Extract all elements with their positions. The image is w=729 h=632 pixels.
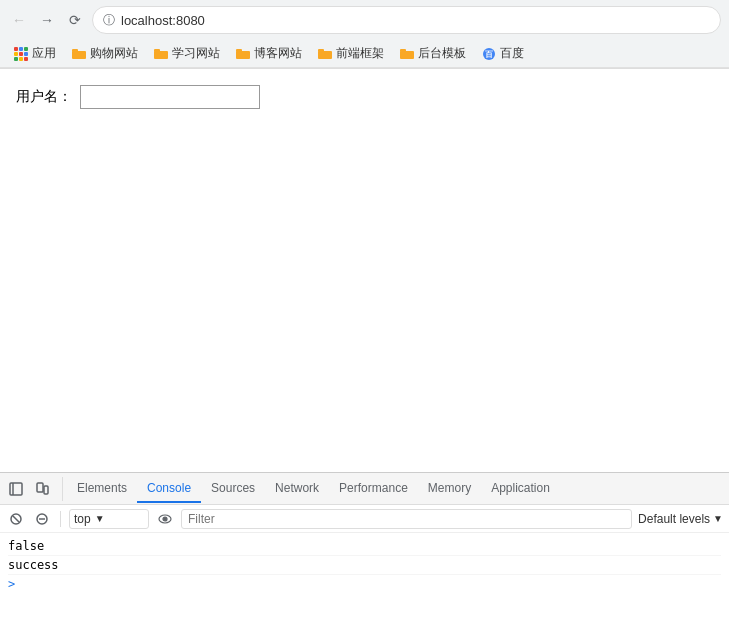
bookmark-baidu[interactable]: 百 百度 [476,43,530,64]
folder-icon-shopping [72,47,86,61]
tab-console[interactable]: Console [137,475,201,503]
folder-icon-blog [236,47,250,61]
svg-rect-14 [37,483,43,492]
devtools-panel: Elements Console Sources Network Perform… [0,472,729,632]
username-label: 用户名： [16,88,72,106]
svg-rect-1 [72,49,78,52]
clear-console-button[interactable] [6,509,26,529]
bookmark-label: 购物网站 [90,45,138,62]
filter-input[interactable] [181,509,632,529]
levels-selector[interactable]: Default levels ▼ [638,512,723,526]
apps-grid-icon [14,47,28,61]
devtools-tabs-bar: Elements Console Sources Network Perform… [0,473,729,505]
bookmark-label: 博客网站 [254,45,302,62]
reload-button[interactable]: ⟳ [64,9,86,31]
username-input[interactable] [80,85,260,109]
svg-rect-0 [72,51,86,59]
bookmarks-bar: 应用 购物网站 学习网站 博客网站 [0,40,729,68]
devtools-console: false success > [0,533,729,632]
username-form-row: 用户名： [16,85,713,109]
nav-bar: ← → ⟳ ⓘ localhost:8080 [0,0,729,40]
prompt-arrow-icon: > [8,577,15,591]
no-entry-button[interactable] [32,509,52,529]
svg-rect-6 [318,51,332,59]
tab-memory[interactable]: Memory [418,475,481,503]
bookmark-blog[interactable]: 博客网站 [230,43,308,64]
context-value: top [74,512,91,526]
console-line-success: success [8,556,721,575]
console-line-false: false [8,537,721,556]
page-content: 用户名： [0,69,729,504]
bookmark-label: 前端框架 [336,45,384,62]
svg-point-21 [163,517,167,521]
folder-icon-learning [154,47,168,61]
bookmark-learning[interactable]: 学习网站 [148,43,226,64]
browser-chrome: ← → ⟳ ⓘ localhost:8080 应用 [0,0,729,69]
folder-icon-admin [400,47,414,61]
levels-dropdown-icon: ▼ [713,513,723,524]
bookmark-label: 百度 [500,45,524,62]
browser-window: ← → ⟳ ⓘ localhost:8080 应用 [0,0,729,632]
console-text: success [8,558,59,572]
forward-button[interactable]: → [36,9,58,31]
folder-icon-frontend [318,47,332,61]
device-toolbar-button[interactable] [30,477,54,501]
svg-rect-15 [44,486,48,494]
svg-rect-2 [154,51,168,59]
svg-rect-5 [236,49,242,52]
bookmark-label: 学习网站 [172,45,220,62]
toolbar-separator [60,511,61,527]
devtools-icon-group [4,477,63,501]
inspect-element-button[interactable] [4,477,28,501]
svg-line-17 [13,516,19,522]
svg-rect-4 [236,51,250,59]
tab-performance[interactable]: Performance [329,475,418,503]
eye-button[interactable] [155,509,175,529]
console-text: false [8,539,44,553]
baidu-icon: 百 [482,47,496,61]
tab-elements[interactable]: Elements [67,475,137,503]
address-bar[interactable]: ⓘ localhost:8080 [92,6,721,34]
bookmark-frontend[interactable]: 前端框架 [312,43,390,64]
tab-sources[interactable]: Sources [201,475,265,503]
console-prompt[interactable]: > [8,575,721,593]
url-text: localhost:8080 [121,13,205,28]
devtools-toolbar: top ▼ Default levels ▼ [0,505,729,533]
svg-text:百: 百 [485,50,493,59]
dropdown-arrow-icon: ▼ [95,513,105,524]
context-selector[interactable]: top ▼ [69,509,149,529]
levels-label: Default levels [638,512,710,526]
bookmark-apps[interactable]: 应用 [8,43,62,64]
bookmark-shopping[interactable]: 购物网站 [66,43,144,64]
bookmark-admin[interactable]: 后台模板 [394,43,472,64]
svg-rect-7 [318,49,324,52]
svg-rect-3 [154,49,160,52]
bookmark-label: 后台模板 [418,45,466,62]
apps-label: 应用 [32,45,56,62]
svg-rect-8 [400,51,414,59]
back-button[interactable]: ← [8,9,30,31]
tab-network[interactable]: Network [265,475,329,503]
lock-icon: ⓘ [103,12,115,29]
tab-application[interactable]: Application [481,475,560,503]
svg-rect-9 [400,49,406,52]
svg-rect-12 [10,483,22,495]
